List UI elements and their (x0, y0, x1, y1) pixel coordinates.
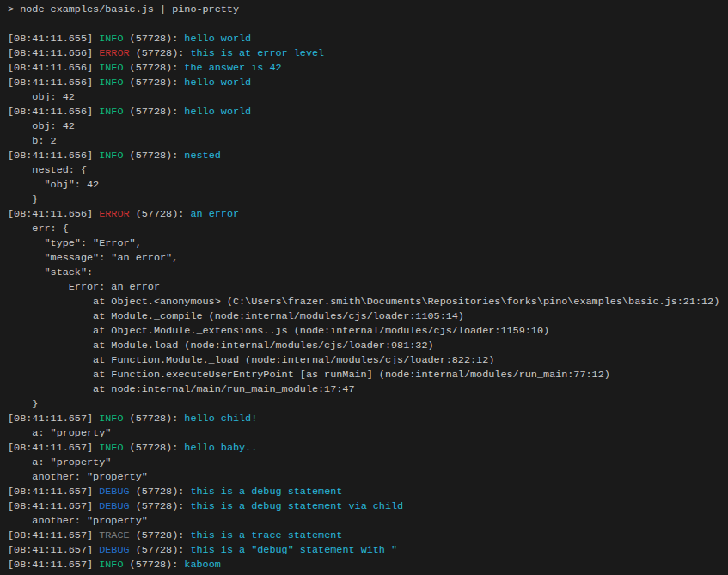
log-pid-label: (57728): (130, 529, 185, 541)
log-pid-label: (57728): (124, 413, 179, 425)
log-message: hello child! (178, 413, 257, 425)
blank-line (8, 17, 728, 32)
log-line: [08:41:11.656] ERROR (57728): an error (8, 207, 728, 222)
log-pid-label: (57728): (124, 106, 179, 118)
log-context-line: obj: 42 (8, 119, 728, 134)
log-context-line: a: "property" (8, 426, 728, 441)
log-context-line: a: "property" (8, 456, 728, 470)
log-context-line: at Object.<anonymous> (C:\Users\frazer.s… (8, 295, 728, 309)
log-message: an error (184, 208, 239, 220)
log-timestamp: [08:41:11.657] (8, 529, 93, 541)
log-message: hello baby.. (178, 442, 257, 454)
log-message: hello world (178, 76, 251, 89)
log-message: this is a debug statement via child (184, 500, 403, 512)
log-timestamp: [08:41:11.657] (8, 413, 93, 425)
log-level-label: ERROR (93, 47, 129, 59)
log-message: hello world (178, 33, 251, 45)
log-context-line: } (8, 397, 728, 412)
log-message: this is a "debug" statement with " (184, 544, 397, 556)
log-context-line: "stack": (8, 266, 728, 280)
log-timestamp: [08:41:11.657] (8, 559, 93, 571)
log-message: hello world (178, 106, 251, 118)
log-timestamp: [08:41:11.656] (8, 106, 93, 118)
log-timestamp: [08:41:11.657] (8, 544, 93, 556)
log-context-line: "obj": 42 (8, 178, 728, 193)
log-line: [08:41:11.657] DEBUG (57728): this is a … (8, 543, 728, 558)
log-context-line: "type": "Error", (8, 236, 728, 251)
log-line: [08:41:11.657] TRACE (57728): this is a … (8, 529, 728, 543)
log-pid-label: (57728): (124, 559, 179, 571)
log-line: [08:41:11.657] DEBUG (57728): this is a … (8, 485, 728, 499)
log-timestamp: [08:41:11.656] (8, 62, 93, 74)
log-context-line: at Function.Module._load (node:internal/… (8, 353, 728, 368)
log-timestamp: [08:41:11.656] (8, 76, 93, 89)
log-context-line: Error: an error (8, 280, 728, 295)
log-context-line: at Function.executeUserEntryPoint [as ru… (8, 368, 728, 382)
log-context-line: b: 2 (8, 134, 728, 149)
log-timestamp: [08:41:11.657] (8, 486, 93, 498)
log-context-line: obj: 42 (8, 90, 728, 105)
log-pid-label: (57728): (130, 500, 185, 512)
log-context-line: nested: { (8, 163, 728, 178)
log-line: [08:41:11.656] ERROR (57728): this is at… (8, 46, 728, 61)
log-level-label: INFO (93, 33, 123, 45)
log-pid-label: (57728): (130, 208, 185, 220)
log-message: nested (178, 150, 221, 162)
log-level-label: INFO (93, 413, 123, 425)
log-level-label: DEBUG (93, 544, 129, 556)
log-line: [08:41:11.655] INFO (57728): hello world (8, 32, 728, 46)
log-line: [08:41:11.657] INFO (57728): kaboom (8, 558, 728, 572)
log-message: this is a debug statement (184, 486, 342, 498)
log-context-line: err: { (8, 222, 728, 236)
log-context-line: at Module.load (node:internal/modules/cj… (8, 339, 728, 353)
log-pid-label: (57728): (124, 76, 179, 89)
log-line: [08:41:11.657] INFO (57728): hello baby.… (8, 441, 728, 456)
log-level-label: ERROR (93, 208, 129, 220)
log-pid-label: (57728): (124, 150, 179, 162)
command-line: > node examples/basic.js | pino-pretty (8, 3, 728, 17)
terminal-output[interactable]: > node examples/basic.js | pino-pretty [… (0, 0, 728, 575)
log-level-label: INFO (93, 62, 123, 74)
log-message: this is a trace statement (184, 529, 342, 541)
log-pid-label: (57728): (124, 33, 179, 45)
log-timestamp: [08:41:11.656] (8, 150, 93, 162)
log-level-label: DEBUG (93, 500, 129, 512)
log-level-label: TRACE (93, 529, 129, 541)
log-timestamp: [08:41:11.656] (8, 208, 93, 220)
log-context-line: "message": "an error", (8, 251, 728, 266)
log-level-label: INFO (93, 559, 123, 571)
log-timestamp: [08:41:11.657] (8, 500, 93, 512)
log-level-label: DEBUG (93, 486, 129, 498)
log-pid-label: (57728): (130, 486, 185, 498)
log-context-line: at node:internal/main/run_main_module:17… (8, 382, 728, 397)
log-level-label: INFO (93, 106, 123, 118)
log-context-line: at Object.Module._extensions..js (node:i… (8, 324, 728, 339)
log-level-label: INFO (93, 150, 123, 162)
log-line: [08:41:11.656] INFO (57728): the answer … (8, 61, 728, 76)
log-timestamp: [08:41:11.655] (8, 33, 93, 45)
log-line: [08:41:11.656] INFO (57728): hello world (8, 105, 728, 119)
log-context-line: at Module._compile (node:internal/module… (8, 309, 728, 324)
log-line: [08:41:11.657] DEBUG (57728): this is a … (8, 499, 728, 514)
log-line: [08:41:11.656] INFO (57728): hello world (8, 76, 728, 90)
log-timestamp: [08:41:11.656] (8, 47, 93, 59)
log-timestamp: [08:41:11.657] (8, 442, 93, 454)
log-pid-label: (57728): (124, 62, 179, 74)
log-line: [08:41:11.657] INFO (57728): hello child… (8, 412, 728, 426)
log-message: the answer is 42 (178, 62, 281, 74)
log-context-line: } (8, 193, 728, 207)
log-pid-label: (57728): (124, 442, 179, 454)
log-level-label: INFO (93, 76, 123, 89)
log-pid-label: (57728): (130, 47, 185, 59)
log-line: [08:41:11.656] INFO (57728): nested (8, 149, 728, 163)
log-context-line: another: "property" (8, 470, 728, 485)
log-message: kaboom (178, 559, 221, 571)
log-pid-label: (57728): (130, 544, 185, 556)
log-context-line: another: "property" (8, 514, 728, 529)
log-level-label: INFO (93, 442, 123, 454)
log-message: this is at error level (184, 47, 324, 59)
